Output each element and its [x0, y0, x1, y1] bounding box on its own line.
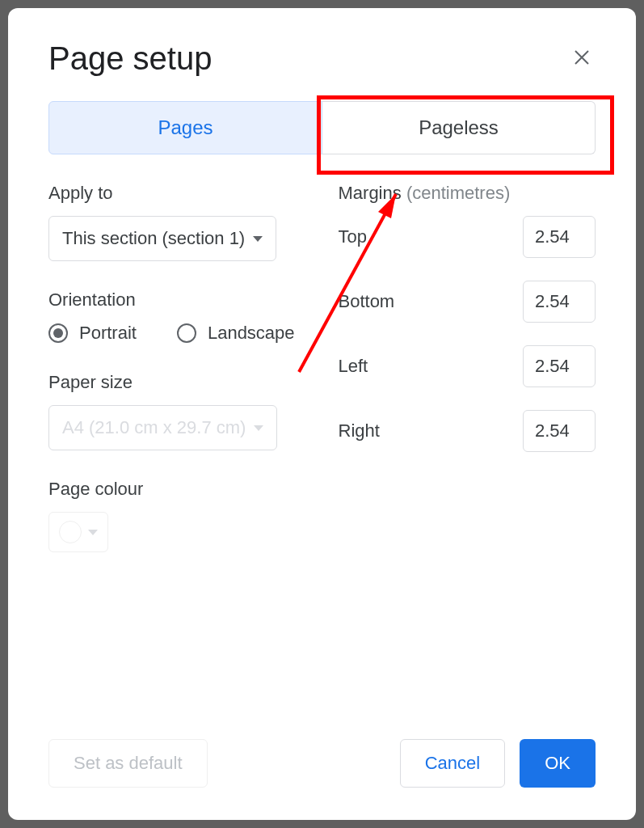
tab-pages[interactable]: Pages — [48, 101, 322, 154]
apply-to-value: This section (section 1) — [62, 228, 245, 249]
margin-bottom-label: Bottom — [339, 291, 395, 312]
chevron-down-icon — [253, 236, 263, 242]
paper-size-label: Paper size — [48, 372, 306, 393]
margin-right-input[interactable] — [523, 410, 596, 452]
set-default-button[interactable]: Set as default — [48, 739, 208, 788]
paper-size-value: A4 (21.0 cm x 29.7 cm) — [62, 417, 246, 438]
margin-right-row: Right — [339, 410, 596, 452]
chevron-down-icon — [88, 530, 98, 535]
page-colour-label: Page colour — [48, 479, 306, 500]
margins-section: Margins (centimetres) Top Bottom Left Ri… — [339, 183, 596, 452]
dialog-footer: Set as default Cancel OK — [48, 739, 596, 788]
orientation-landscape-radio[interactable]: Landscape — [177, 323, 295, 344]
margins-label: Margins (centimetres) — [339, 183, 596, 204]
ok-button[interactable]: OK — [520, 739, 596, 788]
orientation-portrait-radio[interactable]: Portrait — [48, 323, 137, 344]
page-colour-section: Page colour — [48, 479, 306, 552]
margin-left-label: Left — [339, 356, 368, 377]
paper-size-select[interactable]: A4 (21.0 cm x 29.7 cm) — [48, 405, 277, 450]
apply-to-label: Apply to — [48, 183, 306, 204]
orientation-section: Orientation Portrait Landscape — [48, 289, 306, 344]
orientation-landscape-label: Landscape — [208, 323, 295, 344]
chevron-down-icon — [254, 425, 263, 431]
cancel-button[interactable]: Cancel — [400, 739, 505, 788]
close-button[interactable] — [568, 43, 596, 75]
margin-top-input[interactable] — [523, 216, 596, 258]
margin-right-label: Right — [339, 420, 380, 441]
apply-to-select[interactable]: This section (section 1) — [48, 216, 276, 261]
margin-bottom-row: Bottom — [339, 281, 596, 323]
page-setup-dialog: Page setup Pages Pageless Apply to This … — [8, 8, 636, 820]
apply-to-section: Apply to This section (section 1) — [48, 183, 306, 261]
radio-icon — [177, 323, 196, 343]
margin-bottom-input[interactable] — [523, 281, 596, 323]
margin-left-row: Left — [339, 345, 596, 387]
margin-top-row: Top — [339, 216, 596, 258]
page-colour-select[interactable] — [48, 512, 108, 552]
close-icon — [572, 48, 591, 67]
margin-top-label: Top — [339, 226, 367, 247]
tab-pageless[interactable]: Pageless — [322, 101, 596, 154]
margins-label-text: Margins — [339, 183, 402, 203]
dialog-header: Page setup — [48, 40, 596, 77]
orientation-portrait-label: Portrait — [79, 323, 137, 344]
colour-swatch-icon — [59, 521, 82, 543]
margins-unit: (centimetres) — [406, 183, 510, 203]
tabs: Pages Pageless — [48, 101, 596, 154]
paper-size-section: Paper size A4 (21.0 cm x 29.7 cm) — [48, 372, 306, 450]
radio-icon — [48, 323, 68, 343]
dialog-body: Apply to This section (section 1) Orient… — [48, 183, 596, 581]
margin-left-input[interactable] — [523, 345, 596, 387]
dialog-title: Page setup — [48, 40, 212, 77]
orientation-label: Orientation — [48, 289, 306, 310]
